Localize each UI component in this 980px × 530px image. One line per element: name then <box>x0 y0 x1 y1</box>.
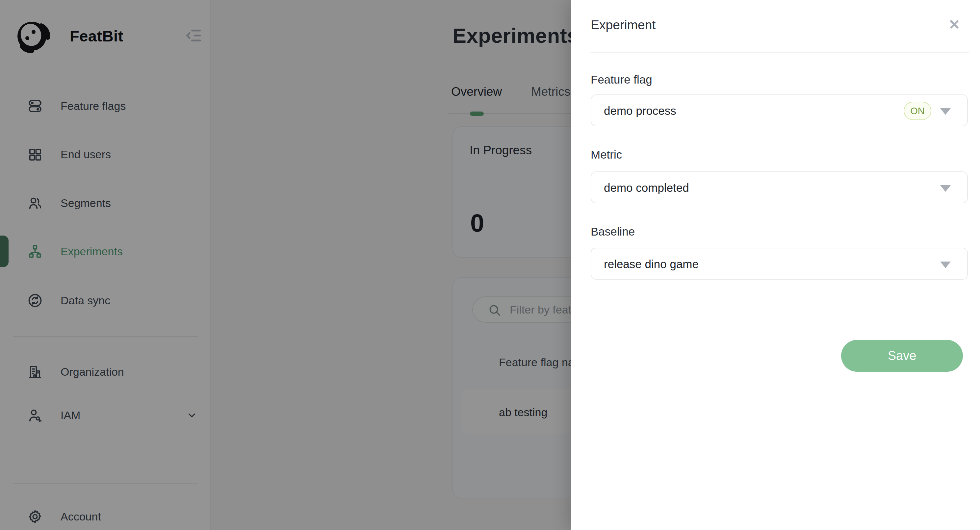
baseline-label: Baseline <box>591 225 635 238</box>
drawer-divider <box>590 52 969 53</box>
status-badge-on: ON <box>904 102 931 120</box>
metric-select[interactable]: demo completed <box>591 171 968 203</box>
drawer-title: Experiment <box>591 18 655 32</box>
caret-down-icon <box>940 262 951 268</box>
metric-value: demo completed <box>604 181 689 194</box>
close-icon[interactable] <box>946 16 963 33</box>
caret-down-icon <box>940 185 951 192</box>
caret-down-icon <box>940 108 951 115</box>
save-button[interactable]: Save <box>841 340 963 372</box>
feature-flag-value: demo process <box>604 104 676 117</box>
feature-flag-select[interactable]: demo process ON <box>591 94 968 126</box>
baseline-value: release dino game <box>604 258 698 271</box>
baseline-select[interactable]: release dino game <box>591 248 968 280</box>
metric-label: Metric <box>591 148 622 161</box>
experiment-drawer: Experiment Feature flag demo process ON … <box>571 0 980 530</box>
app-root: FeatBit Feature flags <box>0 0 980 530</box>
feature-flag-label: Feature flag <box>591 73 652 86</box>
